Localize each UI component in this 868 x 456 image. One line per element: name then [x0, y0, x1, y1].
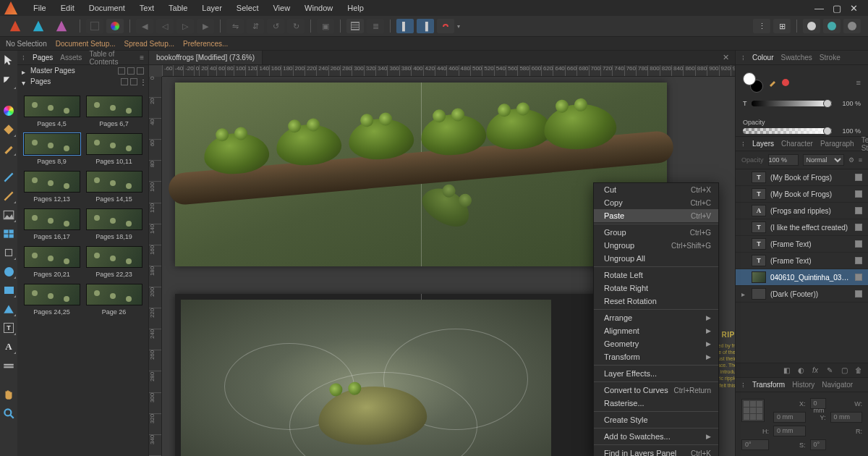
persona-publisher[interactable]	[6, 18, 25, 34]
horizontal-ruler[interactable]: -60-40-200204060801001201401601802002202…	[162, 65, 735, 77]
page-thumb[interactable]	[86, 208, 142, 230]
close-button[interactable]: ✕	[850, 3, 858, 14]
spread-setup-link[interactable]: Spread Setup...	[124, 40, 175, 48]
ellipse-tool[interactable]	[2, 265, 15, 278]
persona-photo[interactable]	[52, 18, 71, 34]
snapping-button[interactable]	[437, 19, 454, 33]
mask-layer-button[interactable]: ◧	[781, 366, 791, 376]
document-setup-link[interactable]: Document Setup...	[56, 40, 116, 48]
help-button[interactable]	[843, 19, 861, 33]
style-picker-tool[interactable]	[2, 104, 15, 117]
cm-group[interactable]: GroupCtrl+G	[594, 226, 718, 239]
tab-paragraph[interactable]: Paragraph	[820, 140, 854, 148]
eyedropper-icon[interactable]	[767, 77, 778, 88]
zoom-tool[interactable]	[2, 407, 15, 420]
close-doc-icon[interactable]: ✕	[717, 53, 735, 62]
delete-layer-button[interactable]: 🗑	[854, 366, 864, 376]
stock-button[interactable]	[823, 19, 841, 33]
pages-row[interactable]: ▾Pages ⋮	[17, 76, 148, 87]
layers-menu-icon[interactable]: ≡	[859, 156, 862, 164]
flip-v-button[interactable]: ⇵	[247, 19, 264, 33]
page-thumb[interactable]	[24, 171, 80, 193]
page-thumb[interactable]	[24, 246, 80, 268]
x-field[interactable]: 0 mm	[810, 398, 826, 409]
group-button[interactable]: ▣	[317, 19, 334, 33]
tab-stroke[interactable]: Stroke	[820, 54, 841, 62]
menu-document[interactable]: Document	[82, 0, 132, 16]
menu-window[interactable]: Window	[297, 0, 340, 16]
cm-reset-rotation[interactable]: Reset Rotation	[594, 295, 718, 308]
menu-file[interactable]: File	[26, 0, 54, 16]
tab-character[interactable]: Character	[781, 140, 813, 148]
page-thumb[interactable]	[86, 284, 142, 305]
layer-row[interactable]: T(My Book of Frogs)	[736, 186, 868, 203]
r-field[interactable]: 0°	[741, 439, 769, 450]
cm-cut[interactable]: CutCtrl+X	[594, 183, 718, 196]
h-field[interactable]: 0 mm	[773, 426, 806, 436]
cm-convert-to-curves[interactable]: Convert to CurvesCtrl+Return	[594, 384, 718, 397]
menu-layer[interactable]: Layer	[195, 0, 229, 16]
panel-menu-icon[interactable]: ≡	[140, 54, 144, 62]
menu-select[interactable]: Select	[229, 0, 266, 16]
align-left-button[interactable]: ▌	[396, 19, 414, 33]
document-tab[interactable]: bookoffrogs [Modified] (73.6%)	[149, 51, 263, 64]
anchor-selector[interactable]	[741, 399, 765, 422]
menu-table[interactable]: Table	[161, 0, 195, 16]
recent-colour[interactable]	[782, 79, 789, 86]
cm-rasterise-[interactable]: Rasterise...	[594, 397, 718, 410]
callout-tool[interactable]	[2, 359, 15, 372]
y-field[interactable]: 0 mm	[830, 412, 863, 423]
layer-row[interactable]: A(Frogs and ripples)	[736, 203, 868, 219]
tab-layers[interactable]: Layers	[752, 140, 774, 148]
master-pages-row[interactable]: ▸Master Pages	[17, 65, 148, 76]
triangle-tool[interactable]	[2, 303, 15, 316]
page-thumb[interactable]	[86, 171, 142, 193]
cm-rotate-left[interactable]: Rotate Left	[594, 269, 718, 282]
cm-rotate-right[interactable]: Rotate Right	[594, 282, 718, 295]
artistic-text-tool[interactable]: T	[2, 321, 15, 334]
image-frame-tool[interactable]	[2, 208, 15, 221]
cm-layer-effects-[interactable]: Layer Effects...	[594, 367, 718, 380]
menu-help[interactable]: Help	[340, 0, 371, 16]
tab-colour[interactable]: Colour	[752, 54, 773, 62]
tab-history[interactable]: History	[792, 381, 814, 389]
vertical-ruler[interactable]: 0204060801001201401601802002202402602803…	[149, 77, 162, 456]
w-field[interactable]: 0 mm	[773, 412, 806, 423]
tab-assets[interactable]: Assets	[60, 54, 82, 62]
rotate-cw-button[interactable]: ↻	[287, 19, 305, 33]
layer-settings-icon[interactable]: ⚙	[848, 156, 854, 164]
preflight-button[interactable]	[106, 19, 124, 33]
rotate-ccw-button[interactable]: ↺	[267, 19, 284, 33]
text-wrap-button[interactable]: ≣	[367, 19, 384, 33]
cm-geometry[interactable]: Geometry▶	[594, 337, 718, 350]
layer-row[interactable]: ▸(Dark (Footer))	[736, 286, 868, 303]
tab-pages[interactable]: Pages	[33, 54, 53, 62]
layer-row[interactable]: T(Frame Text)	[736, 253, 868, 269]
view-split-button[interactable]: ⊞	[773, 19, 791, 33]
tint-slider[interactable]: T 100 %	[743, 100, 861, 107]
s-field[interactable]: 0°	[810, 439, 826, 450]
page-thumb[interactable]	[24, 208, 80, 230]
cm-ungroup-all[interactable]: Ungroup All	[594, 252, 718, 265]
menu-edit[interactable]: Edit	[54, 0, 82, 16]
cm-paste[interactable]: PasteCtrl+V	[594, 209, 718, 222]
layer-row[interactable]: 040610_Quintinha_0342maptia (I...	[736, 269, 868, 286]
move-tool[interactable]	[2, 54, 15, 67]
page-thumb[interactable]	[86, 133, 142, 155]
move-back-button[interactable]: ◀	[136, 19, 153, 33]
pen-tool[interactable]	[2, 142, 15, 155]
frame-text-tool[interactable]: A	[2, 340, 15, 353]
blend-mode-select[interactable]: Normal	[803, 154, 844, 166]
paint-bucket-tool[interactable]	[2, 123, 15, 136]
page-thumb[interactable]	[86, 96, 142, 117]
adjustment-layer-button[interactable]: ◐	[796, 366, 806, 376]
table-tool[interactable]	[2, 227, 15, 240]
move-backward-button[interactable]: ◁	[156, 19, 174, 33]
page-thumbnails[interactable]: Pages 4,5Pages 6,7Pages 8,9Pages 10,11Pa…	[17, 87, 148, 456]
tab-toc[interactable]: Table of Contents	[89, 50, 132, 66]
opacity-slider[interactable]: 100 %	[743, 127, 861, 135]
preferences-link[interactable]: Preferences...	[183, 40, 228, 48]
toggle-preview-button[interactable]	[86, 19, 103, 33]
cm-ungroup[interactable]: UngroupCtrl+Shift+G	[594, 239, 718, 252]
layer-opacity-input[interactable]	[768, 154, 799, 166]
